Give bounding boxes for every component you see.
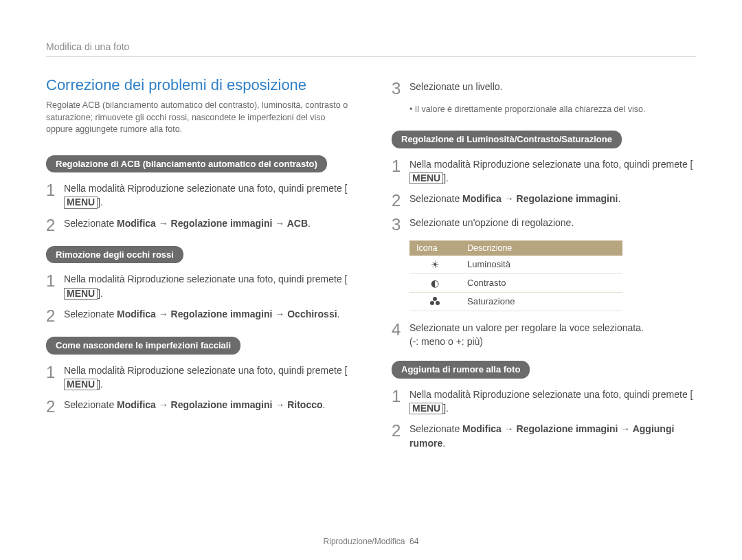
text: Nella modalità Riproduzione selezionate … xyxy=(64,273,347,284)
step-text: Selezionate un livello. xyxy=(409,80,502,93)
table-cell: Contrasto xyxy=(460,273,622,292)
step-number: 1 xyxy=(392,388,409,405)
menu-button-label: MENU xyxy=(409,172,443,184)
menu-button-label: MENU xyxy=(64,197,98,208)
text: . xyxy=(337,309,340,320)
step-number: 2 xyxy=(392,422,409,439)
bcs-step-2: 2 Selezionate Modifica → Regolazione imm… xyxy=(392,192,696,209)
text: Nella modalità Riproduzione selezionate … xyxy=(64,183,347,194)
table-head-icon: Icona xyxy=(409,240,460,256)
step-text: Selezionate Modifica → Regolazione immag… xyxy=(409,422,696,450)
step-text: Selezionate un valore per regolare la vo… xyxy=(409,321,644,349)
text: Selezionate xyxy=(64,309,117,320)
step-number: 2 xyxy=(46,216,64,234)
table-row: ◐ Contrasto xyxy=(409,273,622,292)
text: . xyxy=(323,399,326,410)
content-columns: Correzione dei problemi di esposizione R… xyxy=(46,76,696,457)
text: . xyxy=(442,438,445,449)
page-header: Modifica di una foto xyxy=(46,41,696,57)
acb-step-2: 2 Selezionate Modifica → Regolazione imm… xyxy=(46,216,350,234)
redeye-step-1: 1 Nella modalità Riproduzione selezionat… xyxy=(46,272,350,300)
brightness-icon: ☀ xyxy=(409,256,460,274)
text: ]. xyxy=(98,379,103,390)
pill-face: Come nascondere le imperfezioni facciali xyxy=(46,337,240,355)
text: Selezionate xyxy=(64,399,117,410)
table-head-desc: Descrizione xyxy=(460,240,622,256)
bcs-step-1: 1 Nella modalità Riproduzione selezionat… xyxy=(392,157,696,186)
text: Nella modalità Riproduzione selezionate … xyxy=(409,389,693,400)
step-number: 2 xyxy=(46,307,64,324)
step-number: 1 xyxy=(46,363,64,381)
text: Selezionate un valore per regolare la vo… xyxy=(409,322,644,333)
footer-section: Riproduzione/Modifica xyxy=(324,537,405,546)
step-text: Nella modalità Riproduzione selezionate … xyxy=(409,388,696,416)
left-column: Correzione dei problemi di esposizione R… xyxy=(46,76,350,457)
text: Selezionate xyxy=(409,423,462,434)
text: Nella modalità Riproduzione selezionate … xyxy=(64,365,347,376)
table-cell: Luminosità xyxy=(460,256,622,274)
table-row: ☀ Luminosità xyxy=(409,256,622,274)
step-text: Selezionate Modifica → Regolazione immag… xyxy=(64,398,325,412)
step-number: 2 xyxy=(46,398,64,415)
menu-path: Modifica → Regolazione immagini → Ritocc… xyxy=(117,399,322,410)
face-step-3: 3 Selezionate un livello. xyxy=(392,80,696,97)
menu-button-label: MENU xyxy=(64,379,98,390)
pill-acb: Regolazione di ACB (bilanciamento automa… xyxy=(46,155,327,173)
bcs-step-3: 3 Selezionate un'opzione di regolazione. xyxy=(392,216,696,233)
page-footer: Riproduzione/Modifica 64 xyxy=(0,537,742,546)
saturation-icon xyxy=(409,292,460,311)
menu-button-label: MENU xyxy=(409,403,443,414)
step-text: Selezionate un'opzione di regolazione. xyxy=(409,216,574,229)
face-step-2: 2 Selezionate Modifica → Regolazione imm… xyxy=(46,398,350,415)
redeye-step-2: 2 Selezionate Modifica → Regolazione imm… xyxy=(46,307,350,324)
text: ]. xyxy=(443,172,449,183)
table-cell: Saturazione xyxy=(460,292,622,311)
step-text: Selezionate Modifica → Regolazione immag… xyxy=(409,192,620,205)
step-number: 2 xyxy=(392,192,409,209)
step-text: Nella modalità Riproduzione selezionate … xyxy=(64,272,350,300)
step-number: 3 xyxy=(392,216,409,233)
face-bullet: Il valore è direttamente proporzionale a… xyxy=(409,104,696,115)
contrast-icon: ◐ xyxy=(409,273,460,292)
noise-step-2: 2 Selezionate Modifica → Regolazione imm… xyxy=(392,422,696,450)
adjustment-table: Icona Descrizione ☀ Luminosità ◐ Contras… xyxy=(409,240,622,311)
menu-path: Modifica → Regolazione immagini xyxy=(462,193,618,204)
footer-page-number: 64 xyxy=(409,537,418,546)
noise-step-1: 1 Nella modalità Riproduzione selezionat… xyxy=(392,388,696,416)
text: Nella modalità Riproduzione selezionate … xyxy=(409,159,693,170)
step-number: 1 xyxy=(46,272,64,289)
text: (-: meno o +: più) xyxy=(409,336,483,347)
step-text: Selezionate Modifica → Regolazione immag… xyxy=(64,216,311,230)
pill-redeye: Rimozione degli occhi rossi xyxy=(46,246,183,264)
step-number: 1 xyxy=(46,181,64,199)
menu-path: Modifica → Regolazione immagini → ACB xyxy=(117,218,308,229)
manual-page: Modifica di una foto Correzione dei prob… xyxy=(0,0,742,560)
text: Selezionate xyxy=(409,193,462,204)
text: ]. xyxy=(98,288,103,299)
acb-step-1: 1 Nella modalità Riproduzione selezionat… xyxy=(46,181,350,210)
text: Selezionate xyxy=(64,218,117,229)
menu-button-label: MENU xyxy=(64,288,98,300)
step-text: Selezionate Modifica → Regolazione immag… xyxy=(64,307,339,321)
menu-path: Modifica → Regolazione immagini → Occhir… xyxy=(117,309,337,320)
pill-bcs: Regolazione di Luminosità/Contrasto/Satu… xyxy=(392,131,622,148)
text: . xyxy=(618,193,620,204)
face-step-1: 1 Nella modalità Riproduzione selezionat… xyxy=(46,363,350,392)
bcs-step-4: 4 Selezionate un valore per regolare la … xyxy=(392,321,696,349)
section-intro: Regolate ACB (bilanciamento automatico d… xyxy=(46,100,350,136)
text: ]. xyxy=(443,403,449,414)
table-row: Saturazione xyxy=(409,292,622,311)
right-column: 3 Selezionate un livello. Il valore è di… xyxy=(392,76,696,457)
section-title: Correzione dei problemi di esposizione xyxy=(46,76,350,94)
step-number: 3 xyxy=(392,80,409,97)
step-text: Nella modalità Riproduzione selezionate … xyxy=(64,363,350,392)
step-number: 1 xyxy=(392,157,409,175)
step-text: Nella modalità Riproduzione selezionate … xyxy=(409,157,696,186)
pill-noise: Aggiunta di rumore alla foto xyxy=(392,361,530,379)
step-text: Nella modalità Riproduzione selezionate … xyxy=(64,181,350,210)
step-number: 4 xyxy=(392,321,409,338)
text: ]. xyxy=(98,197,103,208)
text: . xyxy=(308,218,311,229)
